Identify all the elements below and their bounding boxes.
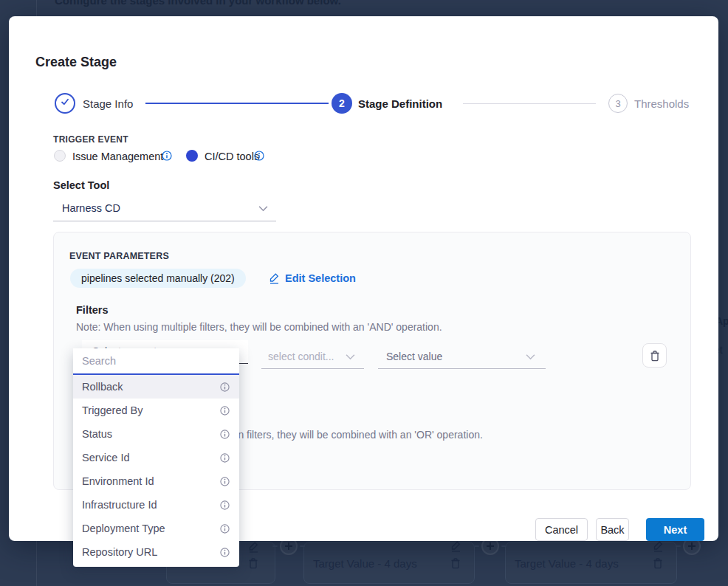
stepper-connector-done [145,103,329,104]
condition-select[interactable]: select condit... [268,351,334,362]
search-input[interactable] [73,348,239,375]
step-stage-definition-indicator[interactable]: 2 [332,93,352,114]
info-icon[interactable] [162,151,172,161]
radio-cicd-tools[interactable] [186,150,198,162]
screen: Configure the stages involved in your wo… [0,0,728,586]
dropdown-item-label: Service Id [82,452,129,463]
chevron-down-icon[interactable] [346,354,355,360]
tool-select-underline [53,221,276,221]
dropdown-item-deployment-type[interactable]: Deployment Type [73,517,239,540]
dropdown-item-label: Rollback [82,381,123,393]
info-icon[interactable] [254,151,264,161]
trash-icon [248,557,258,569]
pencil-icon [653,540,664,552]
property-dropdown: Rollback Triggered By Status Service Id … [73,348,239,567]
info-icon[interactable] [220,524,230,534]
dropdown-item-rollback[interactable]: Rollback [73,375,239,399]
trigger-event-label: TRIGGER EVENT [53,134,128,145]
info-icon[interactable] [220,500,230,510]
info-icon[interactable] [220,382,230,392]
background-page-heading: Configure the stages involved in your wo… [55,0,341,7]
stepper-connector-upcoming [463,103,596,104]
connector-dash [474,545,479,547]
dropdown-item-label: Triggered By [82,404,142,416]
chevron-down-icon[interactable] [258,205,268,212]
select-tool-label: Select Tool [53,179,109,191]
check-icon [60,97,70,110]
background-card-label: Target Value - 4 days [515,557,619,570]
dropdown-item-label: Environment Id [82,475,154,487]
step-thresholds-indicator[interactable]: 3 [608,94,628,113]
dropdown-item-status[interactable]: Status [73,422,239,446]
back-button[interactable]: Back [596,518,629,541]
modal-title: Create Stage [35,55,117,70]
edit-selection-link[interactable]: Edit Selection [269,272,356,284]
dropdown-item-environment-id[interactable]: Environment Id [73,469,239,493]
trash-icon [653,557,663,569]
edit-selection-label: Edit Selection [285,272,356,284]
value-select[interactable]: Select value [386,351,442,362]
dropdown-item-triggered-by[interactable]: Triggered By [73,399,239,422]
dropdown-item-label: Deployment Type [82,523,165,534]
trash-icon [650,350,660,362]
info-icon[interactable] [220,548,230,557]
delete-filter-button[interactable] [642,343,667,368]
step-thresholds-label[interactable]: Thresholds [634,97,689,110]
pencil-icon [248,541,259,553]
filters-note: Note: When using multiple filters, they … [76,321,442,333]
radio-issue-management-label[interactable]: Issue Management [72,151,163,162]
dropdown-item-label: Repository URL [82,546,157,558]
condition-select-underline [261,368,364,369]
value-select-underline [378,368,546,369]
step-stage-definition-label[interactable]: Stage Definition [358,97,442,110]
dropdown-item-label: Infrastructure Id [82,499,157,511]
info-icon[interactable] [220,430,230,439]
background-card-label: Target Value - 4 days [313,557,417,570]
trash-icon [450,557,461,569]
radio-cicd-tools-label[interactable]: CI/CD tools [205,151,259,162]
info-icon[interactable] [220,406,230,416]
dropdown-item-infrastructure-id[interactable]: Infrastructure Id [73,493,239,517]
pencil-icon [269,272,280,284]
connector-dash [676,545,681,547]
dropdown-item-service-id[interactable]: Service Id [73,446,239,469]
step-stage-info-indicator[interactable] [55,93,75,114]
filters-heading: Filters [76,304,109,316]
tool-select-value[interactable]: Harness CD [62,202,120,214]
cancel-button[interactable]: Cancel [535,518,588,541]
chevron-down-icon[interactable] [526,354,535,360]
radio-issue-management[interactable] [54,150,66,162]
dropdown-item-repository-url[interactable]: Repository URL [73,540,239,564]
info-icon[interactable] [220,453,230,463]
event-parameters-heading: EVENT PARAMETERS [69,251,169,261]
dropdown-item-label: Status [82,428,112,440]
info-icon[interactable] [220,477,230,486]
pencil-icon [450,540,461,552]
step-stage-info-label[interactable]: Stage Info [83,97,133,110]
connector-dash [272,545,278,547]
next-button[interactable]: Next [646,518,704,541]
selection-pill: pipelines selected manually (202) [70,269,246,288]
